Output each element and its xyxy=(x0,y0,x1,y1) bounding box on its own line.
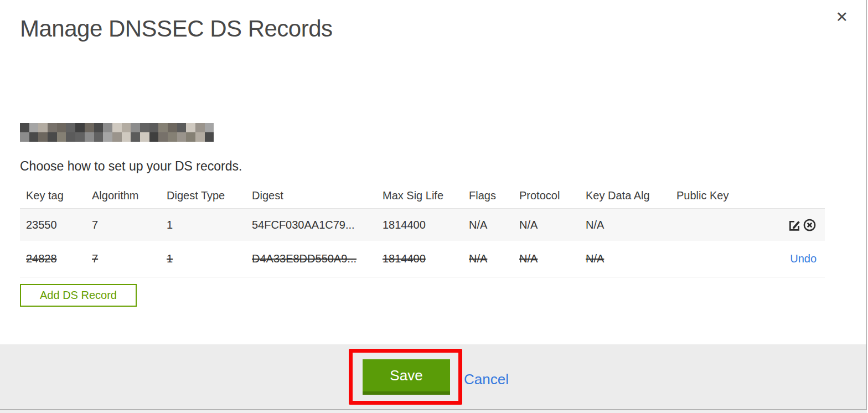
cell-max-sig-life: 1814400 xyxy=(383,219,469,231)
dialog-footer: Save Cancel xyxy=(0,344,866,409)
save-button[interactable]: Save xyxy=(363,359,450,395)
cell-digest-type: 1 xyxy=(167,252,252,265)
page-title: Manage DNSSEC DS Records xyxy=(20,16,333,42)
cell-key-data-alg: N/A xyxy=(586,252,676,265)
cell-protocol: N/A xyxy=(519,219,586,231)
col-header-algorithm: Algorithm xyxy=(92,189,167,202)
delete-record-icon[interactable] xyxy=(803,218,817,232)
manage-dnssec-dialog: Manage DNSSEC DS Records ✕ Choose how to… xyxy=(0,0,867,410)
cell-algorithm: 7 xyxy=(92,252,167,265)
redacted-domain-name xyxy=(20,123,214,142)
instruction-text: Choose how to set up your DS records. xyxy=(20,159,242,174)
cell-max-sig-life: 1814400 xyxy=(383,252,469,265)
cell-flags: N/A xyxy=(469,252,519,265)
add-ds-record-button[interactable]: Add DS Record xyxy=(20,284,137,307)
cell-digest: D4A33E8DD550A9... xyxy=(252,252,383,265)
col-header-digest-type: Digest Type xyxy=(167,189,252,202)
cell-flags: N/A xyxy=(469,219,519,231)
cell-digest: 54FCF030AA1C79... xyxy=(252,219,383,231)
cell-algorithm: 7 xyxy=(92,219,167,231)
cell-digest-type: 1 xyxy=(167,219,252,231)
table-row: 23550 7 1 54FCF030AA1C79... 1814400 N/A … xyxy=(20,209,825,241)
cancel-link[interactable]: Cancel xyxy=(464,371,509,388)
cell-key-data-alg: N/A xyxy=(586,219,676,231)
ds-records-table: Key tag Algorithm Digest Type Digest Max… xyxy=(20,183,825,277)
close-icon[interactable]: ✕ xyxy=(835,10,848,25)
col-header-key-data-alg: Key Data Alg xyxy=(586,189,676,202)
table-row-deleted: 24828 7 1 D4A33E8DD550A9... 1814400 N/A … xyxy=(20,241,825,277)
col-header-protocol: Protocol xyxy=(519,189,586,202)
edit-record-icon[interactable] xyxy=(788,218,802,232)
col-header-key-tag: Key tag xyxy=(20,189,92,202)
page-background-strip xyxy=(0,410,867,413)
col-header-public-key: Public Key xyxy=(676,189,743,202)
col-header-flags: Flags xyxy=(469,189,519,202)
table-header-row: Key tag Algorithm Digest Type Digest Max… xyxy=(20,183,825,209)
cell-key-tag: 23550 xyxy=(20,219,92,231)
cell-key-tag: 24828 xyxy=(20,252,92,265)
col-header-digest: Digest xyxy=(252,189,383,202)
cell-protocol: N/A xyxy=(519,252,586,265)
col-header-max-sig-life: Max Sig Life xyxy=(383,189,469,202)
undo-link[interactable]: Undo xyxy=(790,252,817,265)
